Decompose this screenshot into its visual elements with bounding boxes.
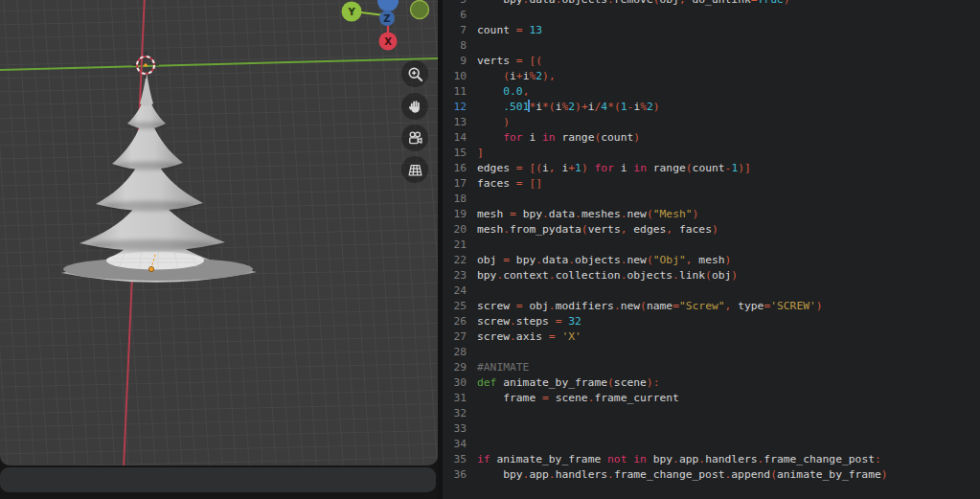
code-text: frame = scene.frame_current [477, 391, 679, 406]
code-line[interactable]: 9verts = [( [443, 54, 980, 69]
code-line[interactable]: 20mesh.from_pydata(verts, edges, faces) [443, 222, 980, 238]
code-text: 0.0, [477, 84, 529, 100]
line-number: 8 [443, 38, 467, 54]
code-line[interactable]: 10 (i+i%2), [443, 69, 980, 84]
code-line[interactable]: 24 [443, 284, 980, 299]
code-area[interactable]: 5 bpy.data.objects.remove(obj, do_unlink… [443, 0, 980, 483]
code-line[interactable]: 15] [443, 146, 980, 161]
code-text: faces = [] [477, 176, 542, 192]
code-text: screw.steps = 32 [477, 314, 581, 329]
line-number: 30 [443, 375, 467, 391]
code-text: bpy.context.collection.objects.link(obj) [477, 268, 738, 284]
code-line[interactable]: 17faces = [] [443, 176, 980, 192]
code-text: ] [477, 146, 484, 161]
line-number: 16 [443, 161, 467, 176]
line-number: 21 [443, 238, 467, 253]
line-number: 7 [443, 23, 467, 38]
line-number: 34 [443, 437, 467, 452]
gizmo-x-label: X [384, 36, 392, 47]
line-number: 32 [443, 406, 467, 421]
code-text: if animate_by_frame not in bpy.app.handl… [477, 452, 881, 467]
code-text: obj = bpy.data.objects.new("Obj", mesh) [477, 253, 731, 268]
code-line[interactable]: 32 [443, 406, 980, 421]
code-line[interactable]: 11 0.0, [443, 84, 980, 100]
line-number: 14 [443, 130, 467, 146]
gizmo-axis-y-neg [411, 1, 429, 19]
code-text: screw.axis = 'X' [477, 329, 581, 345]
code-line[interactable]: 23bpy.context.collection.objects.link(ob… [443, 268, 980, 284]
code-line[interactable]: 5 bpy.data.objects.remove(obj, do_unlink… [443, 0, 980, 8]
line-number: 22 [443, 253, 467, 268]
line-number: 12 [443, 100, 467, 115]
camera-view-icon [407, 130, 423, 147]
code-text: bpy.data.objects.remove(obj, do_unlink=T… [477, 0, 790, 8]
line-number: 5 [443, 0, 467, 8]
timeline-panel[interactable] [0, 467, 436, 492]
line-number: 17 [443, 176, 467, 192]
code-line[interactable]: 25screw = obj.modifiers.new(name="Screw"… [443, 299, 980, 314]
code-text: bpy.app.handlers.frame_change_post.appen… [477, 467, 888, 483]
code-text: #ANIMATE [477, 360, 529, 375]
code-line[interactable]: 16edges = [(i, i+1) for i in range(count… [443, 161, 980, 176]
grid-perspective-icon [407, 162, 423, 178]
blender-window: { "viewport": { "gizmo": { "y_label": "Y… [0, 0, 980, 499]
code-line[interactable]: 34 [443, 437, 980, 452]
line-number: 26 [443, 314, 467, 329]
zoom-icon [407, 66, 423, 82]
code-text: (i+i%2), [477, 69, 556, 84]
code-text: edges = [(i, i+1) for i in range(count-1… [477, 161, 751, 176]
code-line[interactable]: 26screw.steps = 32 [443, 314, 980, 329]
code-line[interactable]: 35if animate_by_frame not in bpy.app.han… [443, 452, 980, 467]
line-number: 15 [443, 146, 467, 161]
navigation-gizmo[interactable]: Z Y X [335, 0, 438, 57]
code-line[interactable]: 8 [443, 38, 980, 54]
code-text: mesh.from_pydata(verts, edges, faces) [477, 222, 718, 238]
code-line[interactable]: 7count = 13 [443, 23, 980, 38]
3d-cursor [131, 51, 160, 79]
code-line[interactable]: 13 ) [443, 115, 980, 130]
code-line[interactable]: 21 [443, 238, 980, 253]
code-line[interactable]: 29#ANIMATE [443, 360, 980, 375]
code-text: .501*i*(i%2)+i/4*(1-i%2) [477, 100, 660, 115]
code-line[interactable]: 22obj = bpy.data.objects.new("Obj", mesh… [443, 253, 980, 268]
object-origin-marker [134, 244, 182, 283]
code-line[interactable]: 27screw.axis = 'X' [443, 329, 980, 345]
grid-perspective-button[interactable] [401, 156, 428, 183]
pan-button[interactable] [401, 93, 428, 120]
line-number: 20 [443, 222, 467, 238]
3d-viewport[interactable]: Z Y X [0, 0, 438, 465]
code-line[interactable]: 31 frame = scene.frame_current [443, 391, 980, 406]
code-line[interactable]: 18 [443, 192, 980, 207]
code-text: count = 13 [477, 23, 542, 38]
code-line[interactable]: 36 bpy.app.handlers.frame_change_post.ap… [443, 467, 980, 483]
line-number: 25 [443, 299, 467, 314]
line-number: 13 [443, 115, 467, 130]
gizmo-y-label: Y [347, 7, 355, 17]
line-number: 18 [443, 192, 467, 207]
code-text: def animate_by_frame(scene): [477, 375, 659, 391]
code-line[interactable]: 33 [443, 421, 980, 437]
code-text: mesh = bpy.data.meshes.new("Mesh") [477, 207, 698, 222]
line-number: 11 [443, 84, 467, 100]
line-number: 33 [443, 421, 467, 437]
code-line[interactable]: 6 [443, 8, 980, 23]
line-number: 23 [443, 268, 467, 284]
code-text: verts = [( [477, 54, 542, 69]
python-text-editor[interactable]: 5 bpy.data.objects.remove(obj, do_unlink… [443, 0, 980, 499]
line-number: 35 [443, 452, 467, 467]
line-number: 6 [443, 8, 467, 23]
gizmo-axis-z-pos [377, 0, 399, 11]
zoom-button[interactable] [401, 60, 428, 87]
line-number: 24 [443, 284, 467, 299]
code-line[interactable]: 28 [443, 345, 980, 360]
code-line[interactable]: 30def animate_by_frame(scene): [443, 375, 980, 391]
camera-view-button[interactable] [401, 125, 428, 151]
code-line[interactable]: 14 for i in range(count) [443, 130, 980, 146]
line-number: 29 [443, 360, 467, 375]
gizmo-z-label: Z [383, 13, 390, 24]
code-line[interactable]: 12 .501*i*(i%2)+i/4*(1-i%2) [443, 100, 980, 115]
line-number: 27 [443, 329, 467, 345]
code-text: screw = obj.modifiers.new(name="Screw", … [477, 299, 823, 314]
code-line[interactable]: 19mesh = bpy.data.meshes.new("Mesh") [443, 207, 980, 222]
code-text: ) [477, 115, 510, 130]
